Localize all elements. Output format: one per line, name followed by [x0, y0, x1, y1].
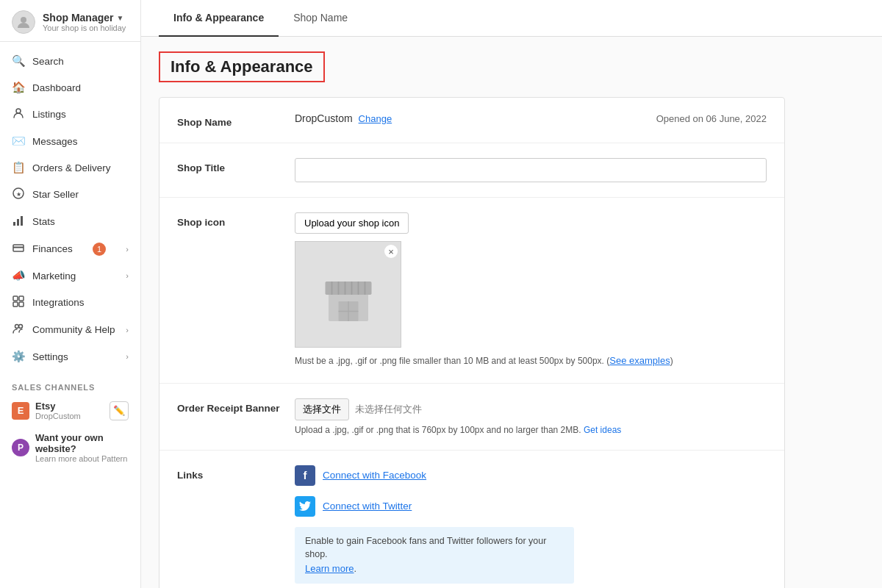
banner-hint: Upload a .jpg, .gif or .png that is 760p…	[295, 425, 767, 435]
icon-preview-close-button[interactable]: ×	[384, 245, 398, 258]
svg-point-14	[19, 325, 23, 329]
svg-rect-4	[13, 222, 15, 226]
no-file-text: 未选择任何文件	[355, 403, 422, 416]
store-placeholder-icon	[315, 262, 381, 328]
sidebar-item-label: Messages	[32, 136, 78, 147]
svg-rect-11	[13, 302, 18, 306]
settings-arrow-icon: ›	[126, 352, 129, 361]
facebook-link-item: f Connect with Facebook	[295, 465, 767, 486]
social-info-box: Enable to gain Facebook fans and Twitter…	[295, 527, 574, 584]
sidebar-item-community[interactable]: Community & Help ›	[0, 316, 140, 343]
channel-pattern-sub: Learn more about Pattern	[35, 454, 129, 463]
facebook-icon: f	[295, 465, 315, 486]
svg-point-0	[21, 17, 26, 23]
choose-file-button[interactable]: 选择文件	[295, 398, 349, 420]
pattern-icon: P	[12, 439, 29, 456]
top-tabs: Info & Appearance Shop Name	[141, 0, 882, 37]
change-shop-name-link[interactable]: Change	[359, 113, 392, 124]
learn-more-link[interactable]: Learn more	[305, 563, 354, 574]
order-receipt-label: Order Receipt Banner	[177, 398, 295, 414]
home-icon: 🏠	[12, 81, 25, 94]
sidebar-item-dashboard[interactable]: 🏠 Dashboard	[0, 74, 140, 101]
get-ideas-link[interactable]: Get ideas	[584, 425, 621, 435]
channel-etsy[interactable]: E Etsy DropCustom ✏️	[0, 395, 140, 426]
settings-icon: ⚙️	[12, 350, 25, 363]
icon-hint: Must be a .jpg, .gif or .png file smalle…	[295, 354, 767, 368]
svg-rect-5	[17, 219, 19, 226]
shop-title-input[interactable]	[295, 158, 767, 182]
sidebar-item-label: Marketing	[32, 270, 76, 282]
marketing-icon: 📣	[12, 269, 25, 282]
messages-icon: ✉️	[12, 135, 25, 148]
content-area: Info & Appearance Shop Name DropCustom C…	[141, 37, 803, 588]
main-content: Info & Appearance Shop Name Info & Appea…	[141, 0, 882, 588]
sidebar-header[interactable]: Shop Manager ▼ Your shop is on holiday	[0, 0, 140, 42]
sidebar-item-label: Integrations	[32, 297, 85, 308]
search-icon: 🔍	[12, 54, 25, 68]
channel-etsy-name: Etsy	[35, 401, 104, 412]
twitter-link-item: Connect with Twitter	[295, 496, 767, 517]
sidebar-item-label: Star Seller	[32, 189, 79, 200]
sidebar-item-label: Community & Help	[32, 324, 115, 335]
sidebar-item-label: Orders & Delivery	[32, 162, 111, 173]
shop-manager-label: Shop Manager	[43, 12, 113, 24]
page-title-box: Info & Appearance	[159, 51, 325, 82]
shop-name-value: DropCustom	[295, 112, 353, 124]
avatar	[12, 10, 35, 34]
tab-info-appearance[interactable]: Info & Appearance	[159, 0, 279, 37]
sidebar-item-orders[interactable]: 📋 Orders & Delivery	[0, 154, 140, 181]
connect-twitter-link[interactable]: Connect with Twitter	[323, 501, 412, 512]
marketing-arrow-icon: ›	[126, 271, 129, 280]
sidebar-item-finances[interactable]: Finances 1 ›	[0, 235, 140, 262]
icon-preview: ×	[295, 241, 401, 348]
sidebar-item-stats[interactable]: Stats	[0, 208, 140, 235]
finances-badge: 1	[93, 243, 106, 256]
shop-title-row: Shop Title	[159, 143, 784, 198]
sidebar-item-messages[interactable]: ✉️ Messages	[0, 128, 140, 154]
shop-status: Your shop is on holiday	[43, 24, 126, 32]
svg-rect-10	[19, 296, 24, 301]
twitter-icon	[295, 496, 315, 517]
svg-rect-6	[21, 216, 23, 226]
orders-icon: 📋	[12, 161, 25, 174]
integrations-icon	[12, 295, 25, 309]
form-card: Shop Name DropCustom Change Opened on 06…	[159, 97, 785, 588]
page-title: Info & Appearance	[171, 57, 313, 76]
shop-name-field-label: Shop Name	[177, 112, 295, 128]
community-icon	[12, 323, 25, 337]
dropdown-arrow-icon: ▼	[116, 14, 123, 22]
sidebar-item-label: Settings	[32, 351, 68, 362]
upload-icon-button[interactable]: Upload your shop icon	[295, 212, 409, 234]
sidebar-item-marketing[interactable]: 📣 Marketing ›	[0, 262, 140, 289]
svg-rect-8	[13, 247, 24, 248]
sidebar-item-label: Search	[32, 56, 64, 67]
sidebar-item-listings[interactable]: Listings	[0, 101, 140, 128]
order-receipt-row: Order Receipt Banner 选择文件 未选择任何文件 Upload…	[159, 384, 784, 451]
shop-title-label: Shop Title	[177, 158, 295, 173]
connect-facebook-link[interactable]: Connect with Facebook	[323, 470, 426, 481]
channel-pattern[interactable]: P Want your own website? Learn more abou…	[0, 426, 140, 469]
sidebar: Shop Manager ▼ Your shop is on holiday 🔍…	[0, 0, 141, 588]
sidebar-item-integrations[interactable]: Integrations	[0, 289, 140, 316]
links-label: Links	[177, 465, 295, 481]
sidebar-item-search[interactable]: 🔍 Search	[0, 48, 140, 74]
listings-icon	[12, 107, 25, 121]
finances-arrow-icon: ›	[126, 245, 129, 254]
edit-channel-button[interactable]: ✏️	[110, 401, 129, 420]
svg-point-1	[16, 109, 21, 113]
tab-shop-name[interactable]: Shop Name	[279, 0, 362, 37]
svg-rect-12	[19, 302, 24, 306]
community-arrow-icon: ›	[126, 326, 129, 334]
sidebar-item-settings[interactable]: ⚙️ Settings ›	[0, 343, 140, 370]
shop-icon-label: Shop icon	[177, 212, 295, 228]
etsy-icon: E	[12, 402, 29, 420]
links-row: Links f Connect with Facebook Connect wi…	[159, 451, 784, 589]
svg-rect-9	[13, 296, 18, 301]
svg-text:★: ★	[16, 191, 21, 198]
sidebar-nav: 🔍 Search 🏠 Dashboard Listings ✉️ Message…	[0, 42, 140, 376]
stats-icon	[12, 215, 25, 229]
see-examples-link[interactable]: See examples	[609, 355, 670, 366]
shop-name-row: Shop Name DropCustom Change Opened on 06…	[159, 98, 784, 143]
sidebar-item-label: Listings	[32, 109, 66, 120]
sidebar-item-star-seller[interactable]: ★ Star Seller	[0, 181, 140, 208]
